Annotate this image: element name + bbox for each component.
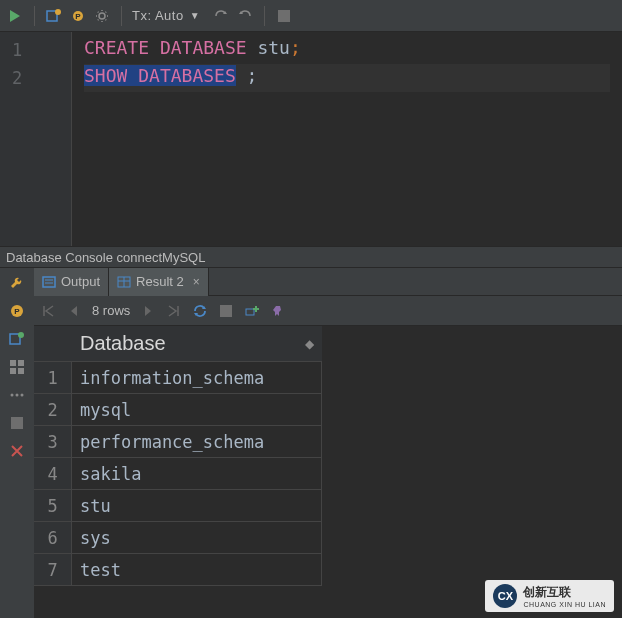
settings-icon[interactable] bbox=[93, 7, 111, 25]
code-line-current[interactable]: SHOW DATABASES ; bbox=[84, 64, 610, 92]
line-gutter: 1 2 bbox=[0, 32, 72, 246]
svg-rect-8 bbox=[278, 10, 290, 22]
grid-cell[interactable]: sakila bbox=[72, 458, 322, 490]
close-icon[interactable] bbox=[8, 442, 26, 460]
refresh-icon[interactable] bbox=[192, 303, 208, 319]
result-toolbar: 8 rows bbox=[34, 296, 622, 326]
line-number: 1 bbox=[0, 36, 71, 64]
grid-column-database: Database ◆ information_schema mysql perf… bbox=[72, 326, 322, 586]
grid-corner bbox=[34, 326, 72, 362]
svg-marker-27 bbox=[71, 306, 77, 316]
watermark-text: 创新互联 CHUANG XIN HU LIAN bbox=[523, 584, 606, 608]
wrench-icon[interactable] bbox=[8, 274, 26, 292]
grid-cell[interactable]: performance_schema bbox=[72, 426, 322, 458]
commit-icon[interactable] bbox=[212, 7, 230, 25]
separator bbox=[34, 6, 35, 26]
first-page-icon[interactable] bbox=[40, 303, 56, 319]
stop-icon[interactable] bbox=[275, 7, 293, 25]
row-number: 3 bbox=[34, 426, 72, 458]
row-number: 1 bbox=[34, 362, 72, 394]
keyword: DATABASES bbox=[138, 65, 236, 86]
row-number: 6 bbox=[34, 522, 72, 554]
layout-icon[interactable] bbox=[8, 358, 26, 376]
pin-icon[interactable] bbox=[270, 303, 286, 319]
grid-cell[interactable]: stu bbox=[72, 490, 322, 522]
prev-page-icon[interactable] bbox=[66, 303, 82, 319]
grid-row-numbers: 1 2 3 4 5 6 7 bbox=[34, 326, 72, 586]
stop-icon[interactable] bbox=[8, 414, 26, 432]
console-panel-title: Database Console connectMySQL bbox=[0, 246, 622, 268]
svg-point-18 bbox=[16, 394, 19, 397]
tab-label: Result 2 bbox=[136, 274, 184, 289]
keyword: SHOW bbox=[84, 65, 127, 86]
keyword: DATABASE bbox=[160, 37, 247, 58]
row-number: 4 bbox=[34, 458, 72, 490]
svg-point-17 bbox=[11, 394, 14, 397]
output-icon bbox=[42, 275, 56, 289]
result-grid[interactable]: 1 2 3 4 5 6 7 Database ◆ information_sch… bbox=[34, 326, 622, 586]
properties-icon[interactable]: P bbox=[8, 302, 26, 320]
row-number: 7 bbox=[34, 554, 72, 586]
row-count-label: 8 rows bbox=[92, 303, 130, 318]
grid-cell[interactable]: mysql bbox=[72, 394, 322, 426]
editor-toolbar: P Tx: Auto ▼ bbox=[0, 0, 622, 32]
svg-point-19 bbox=[21, 394, 24, 397]
svg-rect-21 bbox=[43, 277, 55, 287]
svg-rect-20 bbox=[11, 417, 23, 429]
svg-marker-28 bbox=[145, 306, 151, 316]
grid-cell[interactable]: sys bbox=[72, 522, 322, 554]
column-title: Database bbox=[80, 332, 166, 355]
svg-rect-13 bbox=[10, 360, 16, 366]
svg-rect-31 bbox=[220, 305, 232, 317]
watermark: CX 创新互联 CHUANG XIN HU LIAN bbox=[485, 580, 614, 612]
watermark-logo: CX bbox=[493, 584, 517, 608]
svg-rect-16 bbox=[18, 368, 24, 374]
column-header[interactable]: Database ◆ bbox=[72, 326, 322, 362]
row-number: 5 bbox=[34, 490, 72, 522]
stop-icon[interactable] bbox=[218, 303, 234, 319]
keyword: CREATE bbox=[84, 37, 149, 58]
results-main: Output Result 2 × 8 rows bbox=[34, 268, 622, 618]
svg-point-12 bbox=[18, 332, 24, 338]
svg-rect-32 bbox=[246, 309, 254, 315]
svg-rect-15 bbox=[10, 368, 16, 374]
sort-icon[interactable]: ◆ bbox=[305, 337, 314, 351]
tx-mode-label[interactable]: Tx: Auto bbox=[132, 8, 184, 23]
svg-point-2 bbox=[55, 9, 61, 15]
rollback-icon[interactable] bbox=[236, 7, 254, 25]
results-tabs: Output Result 2 × bbox=[34, 268, 622, 296]
tab-output[interactable]: Output bbox=[34, 268, 109, 296]
add-row-icon[interactable] bbox=[244, 303, 260, 319]
chevron-down-icon[interactable]: ▼ bbox=[190, 10, 200, 21]
semicolon: ; bbox=[290, 37, 301, 58]
grid-cell[interactable]: test bbox=[72, 554, 322, 586]
results-panel: P Output Result 2 × bbox=[0, 268, 622, 618]
tab-label: Output bbox=[61, 274, 100, 289]
results-side-toolbar: P bbox=[0, 268, 34, 618]
separator bbox=[121, 6, 122, 26]
identifier: stu bbox=[257, 37, 290, 58]
svg-marker-0 bbox=[10, 10, 20, 22]
code-line[interactable]: CREATE DATABASE stu; bbox=[84, 36, 610, 64]
svg-rect-14 bbox=[18, 360, 24, 366]
svg-text:P: P bbox=[75, 12, 81, 21]
tab-result[interactable]: Result 2 × bbox=[109, 268, 209, 296]
last-page-icon[interactable] bbox=[166, 303, 182, 319]
row-number: 2 bbox=[34, 394, 72, 426]
code-area[interactable]: CREATE DATABASE stu; SHOW DATABASES ; bbox=[72, 32, 622, 246]
sql-editor[interactable]: 1 2 CREATE DATABASE stu; SHOW DATABASES … bbox=[0, 32, 622, 246]
new-console-icon[interactable] bbox=[45, 7, 63, 25]
table-icon bbox=[117, 275, 131, 289]
dots-icon[interactable] bbox=[8, 386, 26, 404]
close-icon[interactable]: × bbox=[193, 275, 200, 289]
svg-point-5 bbox=[99, 13, 105, 19]
semicolon: ; bbox=[247, 65, 258, 86]
svg-text:P: P bbox=[14, 307, 20, 316]
separator bbox=[264, 6, 265, 26]
next-page-icon[interactable] bbox=[140, 303, 156, 319]
line-number: 2 bbox=[0, 64, 71, 92]
new-console-icon[interactable] bbox=[8, 330, 26, 348]
grid-cell[interactable]: information_schema bbox=[72, 362, 322, 394]
properties-icon[interactable]: P bbox=[69, 7, 87, 25]
run-icon[interactable] bbox=[6, 7, 24, 25]
